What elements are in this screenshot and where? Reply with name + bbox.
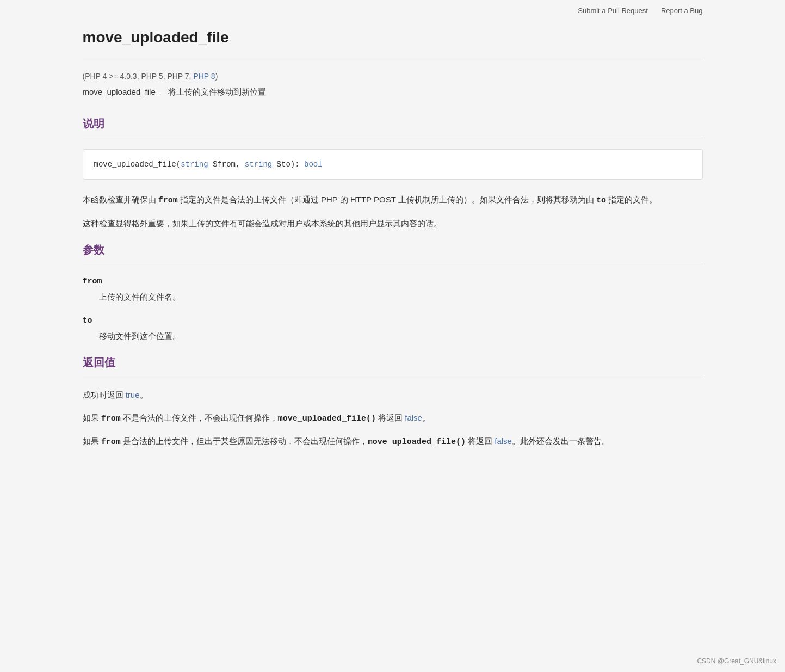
body-paragraph-1: 本函数检查并确保由 from 指定的文件是合法的上传文件（即通过 PHP 的 H…: [83, 193, 703, 208]
title-divider: [83, 59, 703, 59]
return-paragraph-2: 如果 from 不是合法的上传文件，不会出现任何操作，move_uploaded…: [83, 411, 703, 426]
r3-mid: 是合法的上传文件，但出于某些原因无法移动，不会出现任何操作，: [121, 436, 368, 446]
r2-from: from: [101, 414, 121, 423]
signature-close: ):: [290, 160, 300, 169]
param-to-name: to: [83, 315, 703, 328]
report-bug-link[interactable]: Report a Bug: [661, 5, 703, 17]
section-params-heading: 参数: [83, 241, 703, 258]
r2-mid2: 将返回: [376, 413, 405, 422]
p1-pre: 本函数检查并确保由: [83, 195, 158, 204]
function-description: move_uploaded_file — 将上传的文件移动到新位置: [83, 85, 703, 98]
p1-from: from: [158, 196, 178, 205]
p1-end: 指定的文件。: [606, 195, 657, 204]
php8-link[interactable]: PHP 8: [193, 72, 215, 81]
section-description-heading: 说明: [83, 115, 703, 132]
r3-from: from: [101, 437, 121, 447]
return-divider: [83, 377, 703, 377]
return-paragraph-3: 如果 from 是合法的上传文件，但出于某些原因无法移动，不会出现任何操作，mo…: [83, 434, 703, 449]
r2-mid: 不是合法的上传文件，不会出现任何操作，: [121, 413, 278, 422]
top-bar: Submit a Pull Request Report a Bug: [83, 0, 703, 20]
signature-param1: $from,: [208, 160, 240, 169]
p1-to: to: [596, 196, 606, 205]
r1-end: 。: [140, 390, 148, 399]
param-to-desc: 移动文件到这个位置。: [99, 330, 703, 343]
r2-end: 。: [422, 413, 430, 422]
section-return-heading: 返回值: [83, 354, 703, 371]
signature-return-link[interactable]: bool: [304, 160, 323, 169]
r3-func: move_uploaded_file(): [368, 437, 466, 447]
signature-type2-link[interactable]: string: [245, 160, 272, 169]
return-paragraph-1: 成功时返回 true。: [83, 388, 703, 402]
param-to-section: to 移动文件到这个位置。: [83, 315, 703, 343]
r3-false-link[interactable]: false: [495, 436, 512, 446]
p1-mid: 指定的文件是合法的上传文件（即通过 PHP 的 HTTP POST 上传机制所上…: [178, 195, 596, 204]
description-divider: [83, 138, 703, 138]
params-divider: [83, 264, 703, 264]
signature-param2: $to: [272, 160, 290, 169]
param-from-desc: 上传的文件的文件名。: [99, 291, 703, 304]
r3-mid2: 将返回: [466, 436, 495, 446]
version-info: (PHP 4 >= 4.0.3, PHP 5, PHP 7, PHP 8): [83, 70, 703, 82]
body-paragraph-2: 这种检查显得格外重要，如果上传的文件有可能会造成对用户或本系统的其他用户显示其内…: [83, 217, 703, 231]
r1-pre: 成功时返回: [83, 390, 126, 399]
r3-end: 。此外还会发出一条警告。: [512, 436, 610, 446]
param-from-name: from: [83, 275, 703, 288]
signature-type1-link[interactable]: string: [181, 160, 208, 169]
page-title: move_uploaded_file: [83, 26, 703, 50]
function-signature: move_uploaded_file(string $from, string …: [83, 149, 703, 180]
version-close: ): [215, 72, 218, 81]
r2-false-link[interactable]: false: [405, 413, 422, 422]
submit-pr-link[interactable]: Submit a Pull Request: [578, 5, 648, 17]
r1-true-link[interactable]: true: [126, 390, 140, 399]
version-text: (PHP 4 >= 4.0.3, PHP 5, PHP 7,: [83, 72, 194, 81]
signature-func-name: move_uploaded_file(: [94, 160, 181, 169]
r2-func: move_uploaded_file(): [278, 414, 376, 423]
param-from-section: from 上传的文件的文件名。: [83, 275, 703, 304]
r2-pre: 如果: [83, 413, 101, 422]
r3-pre: 如果: [83, 436, 101, 446]
